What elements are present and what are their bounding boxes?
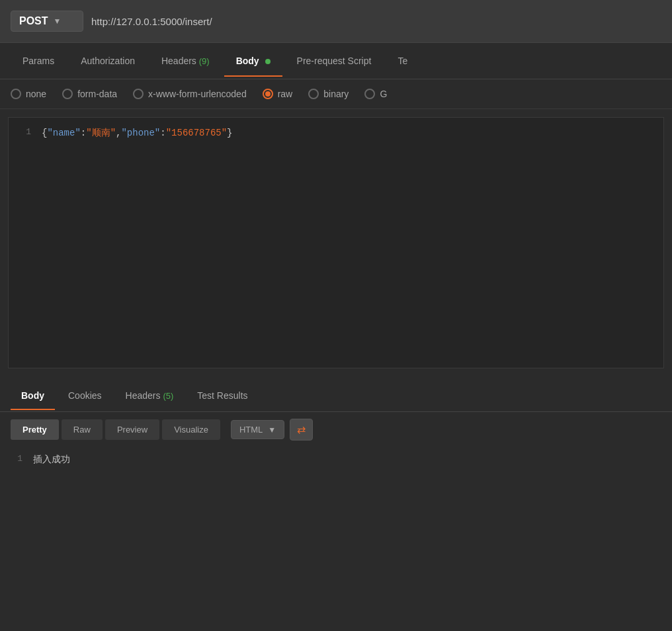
format-dropdown-arrow: ▼ <box>268 425 276 435</box>
radio-circle-binary <box>308 89 319 99</box>
tab-body[interactable]: Body <box>224 45 282 77</box>
request-tabs-row: Params Authorization Headers (9) Body Pr… <box>0 43 672 79</box>
json-value-phone: "156678765" <box>166 128 227 138</box>
pretty-button[interactable]: Pretty <box>11 419 59 440</box>
response-section: Body Cookies Headers (5) Test Results Pr… <box>0 376 672 472</box>
radio-form-data[interactable]: form-data <box>62 89 117 99</box>
code-content-1: {"name":"顺南","phone":"156678765"} <box>42 127 233 139</box>
json-close-brace: } <box>227 128 232 138</box>
response-toolbar: Pretty Raw Preview Visualize HTML ▼ ⇄ <box>0 412 672 447</box>
radio-circle-graphql <box>364 89 375 99</box>
radio-raw[interactable]: raw <box>263 89 293 99</box>
body-active-dot <box>265 59 271 64</box>
body-radio-row: none form-data x-www-form-urlencoded raw… <box>0 79 672 109</box>
response-line-1: 1 插入成功 <box>0 452 672 467</box>
method-selector[interactable]: POST ▼ <box>11 11 83 32</box>
wrap-icon: ⇄ <box>297 423 306 436</box>
tab-params[interactable]: Params <box>11 45 66 77</box>
url-bar: POST ▼ <box>0 0 672 43</box>
code-editor[interactable]: 1 {"name":"顺南","phone":"156678765"} <box>8 117 664 368</box>
format-label: HTML <box>239 425 263 435</box>
response-headers-badge: (5) <box>163 391 173 401</box>
raw-button[interactable]: Raw <box>62 419 103 440</box>
tab-tests[interactable]: Te <box>386 45 419 77</box>
response-tab-cookies[interactable]: Cookies <box>58 381 112 410</box>
radio-graphql[interactable]: G <box>364 89 387 99</box>
code-line-1: 1 {"name":"顺南","phone":"156678765"} <box>9 126 663 140</box>
radio-x-www-form-urlencoded[interactable]: x-www-form-urlencoded <box>133 89 247 99</box>
radio-circle-raw <box>263 89 273 99</box>
headers-badge: (9) <box>199 56 210 66</box>
response-line-number-1: 1 <box>0 454 33 464</box>
wrap-button[interactable]: ⇄ <box>290 419 313 441</box>
response-tabs-row: Body Cookies Headers (5) Test Results <box>0 379 672 412</box>
method-label: POST <box>19 15 48 27</box>
json-value-name: "顺南" <box>86 128 116 138</box>
response-body: 1 插入成功 <box>0 447 672 472</box>
response-tab-body[interactable]: Body <box>11 381 55 410</box>
radio-circle-urlencoded <box>133 89 144 99</box>
json-key-name: "name" <box>47 128 80 138</box>
line-number-1: 1 <box>9 127 42 137</box>
radio-none[interactable]: none <box>11 89 46 99</box>
response-tab-headers[interactable]: Headers (5) <box>115 381 185 410</box>
response-text-1: 插入成功 <box>33 454 70 466</box>
tab-authorization[interactable]: Authorization <box>69 45 147 77</box>
format-selector[interactable]: HTML ▼ <box>231 420 284 439</box>
tab-pre-request-script[interactable]: Pre-request Script <box>285 45 384 77</box>
tab-headers[interactable]: Headers (9) <box>149 45 222 77</box>
url-input[interactable] <box>91 13 661 30</box>
radio-circle-form-data <box>62 89 73 99</box>
method-dropdown-arrow: ▼ <box>54 17 62 26</box>
radio-binary[interactable]: binary <box>308 89 349 99</box>
json-key-phone: "phone" <box>121 128 160 138</box>
response-tab-test-results[interactable]: Test Results <box>187 381 258 410</box>
preview-button[interactable]: Preview <box>105 419 159 440</box>
visualize-button[interactable]: Visualize <box>162 419 220 440</box>
radio-circle-none <box>11 89 21 99</box>
